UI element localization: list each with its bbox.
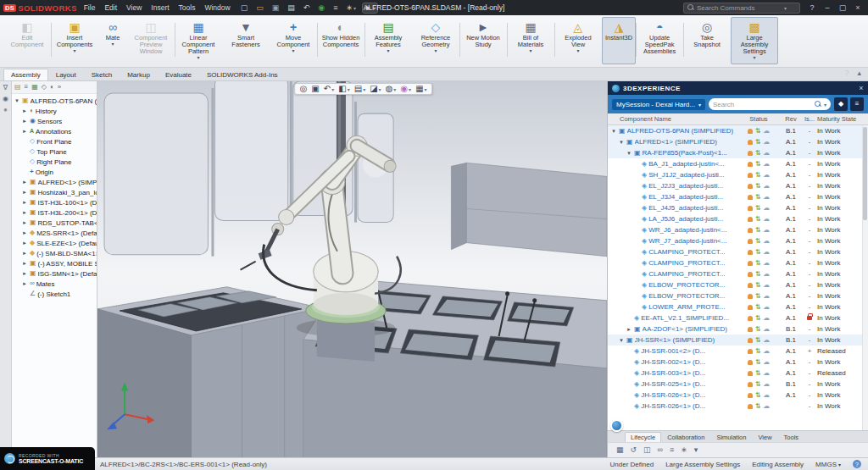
component-name-link[interactable]: CLAMPING_PROTECT... [648,259,725,267]
feature-tree-item[interactable]: ISG-SMN<1> (Default<Display Sta [12,268,97,279]
collapse-ribbon-icon[interactable] [857,69,861,468]
component-row[interactable]: ELBOW_PROTECTOR... A.1 - In Work [608,279,868,290]
units-selector[interactable]: MMGS ▾ [815,461,841,468]
component-name-link[interactable]: ELBOW_PROTECTOR... [648,281,725,289]
view-tool-button[interactable]: ▾ [370,85,381,93]
view-tool-button[interactable]: ▾ [354,85,365,93]
component-name-link[interactable]: AA-2DOF<1> (SIMPLIFIED) [643,325,727,333]
ribbon-button[interactable]: Move Component ▾ [270,17,317,64]
component-row[interactable]: WR_J6_adapted-justin<... A.1 - In Work [608,224,868,235]
column-component-name[interactable]: Component Name [608,115,737,123]
feature-tree-item[interactable]: ALFRED-OTS-6PAN (SIMPLIFIED<Disp [12,96,97,106]
panel-search-input[interactable] [713,101,812,108]
expander-icon[interactable] [626,326,632,333]
component-row[interactable]: EL_J2J3_adapted-justi... A.1 - In Work [608,180,868,191]
panel-tab[interactable]: Lifecycle [625,432,661,442]
column-status[interactable]: Status [737,115,780,123]
component-row[interactable]: EL_J3J4_adapted-justi... A.1 - In Work [608,191,868,202]
commandmanager-tab[interactable]: Markup [120,69,158,80]
menu-item[interactable]: Insert [151,3,169,12]
panel-tab[interactable]: Simulation [710,432,752,442]
expander-icon[interactable] [21,240,28,246]
panel-tool-icon[interactable] [658,446,663,454]
3d-model-canvas[interactable] [97,81,607,457]
toolbar-button[interactable]: ▾ [344,3,358,13]
component-name-link[interactable]: LA_J5J6_adapted-justi... [648,215,723,223]
featuremanager-tab-icon[interactable] [58,84,61,91]
panel-tab[interactable]: Tools [778,432,805,442]
component-row[interactable]: CLAMPING_PROTECT... A.1 - In Work [608,246,868,257]
chevron-down-icon[interactable]: ▾ [824,102,826,108]
menu-item[interactable]: View [126,3,142,12]
expander-icon[interactable] [21,260,28,267]
featuremanager-tab-icon[interactable] [31,84,38,91]
component-row[interactable]: CLAMPING_PROTECT... A.1 - In Work [608,257,868,268]
view-tool-button[interactable]: ▾ [400,85,411,93]
featuremanager-tab-icon[interactable] [42,84,47,91]
feature-tree-item[interactable]: (-) Sketch1 [12,289,97,299]
ribbon-button[interactable]: Bill of Materials ▾ [507,17,554,64]
commandmanager-tab[interactable]: SOLIDWORKS Add-Ins [199,69,286,80]
component-row[interactable]: JH-SSR-003<1> (D... A.1 - Released [608,368,868,379]
commandmanager-tab[interactable]: Assembly [3,69,48,80]
component-row[interactable]: WR_J7_adapted-justin<... A.1 - In Work [608,235,868,246]
toolbar-button[interactable]: ▾ [286,3,297,13]
expander-icon[interactable] [21,179,28,185]
component-row[interactable]: RA-FEP855(Pack-Post)<1... A.1 - In Work [608,147,868,158]
toolbar-button[interactable]: ▾ [316,3,326,13]
expander-icon[interactable] [21,250,28,257]
ribbon-button[interactable]: Linear Component Pattern ▾ [175,17,222,64]
component-name-link[interactable]: JH-SSR-003<1> (D... [641,369,705,377]
expander-icon[interactable] [21,128,28,135]
feature-tree-item[interactable]: (-) ASSY, MOBILE SINGULATOR<1 [12,258,97,268]
panel-search[interactable]: ▾ [709,98,831,110]
column-rev[interactable]: Rev [780,115,802,123]
expander-icon[interactable] [21,189,28,196]
component-row[interactable]: JH-SSR-002<1> (D... A.1 - In Work [608,357,868,368]
ribbon-button[interactable]: Reference Geometry ▾ [412,17,459,64]
component-row[interactable]: EL_J4J5_adapted-justi... A.1 - In Work [608,202,868,213]
strip-icon[interactable] [3,107,8,113]
session-selector[interactable]: MySession - Dexai Hard... ▾ [612,99,705,110]
component-row[interactable]: LA_J5J6_adapted-justi... A.1 - In Work [608,213,868,224]
component-name-link[interactable]: JH-SSR-001<2> (D... [641,347,705,355]
ribbon-button[interactable]: Large Assembly Settings ▾ [731,17,778,64]
component-name-link[interactable]: ALFRED<1> (SIMPLIFIED) [635,138,717,146]
expander-icon[interactable] [618,139,625,146]
component-name-link[interactable]: RA-FEP855(Pack-Post)<1... [643,149,727,157]
component-name-link[interactable]: EL_J2J3_adapted-justi... [648,182,723,190]
panel-tool-icon[interactable] [694,446,698,454]
ribbon-button[interactable]: Assembly Features ▾ [364,17,412,64]
ribbon-button[interactable]: Edit Component ▾ [3,17,51,64]
feature-tree-item[interactable]: IST-H3L-100<1> (Default<Display [12,197,97,207]
ribbon-button[interactable]: New Motion Study ▾ [459,17,507,64]
expander-icon[interactable] [21,199,28,206]
feature-tree-item[interactable]: Sensors [12,116,97,126]
feature-tree-item[interactable]: Top Plane [12,147,97,157]
component-row[interactable]: CLAMPING_PROTECT... A.1 - In Work [608,268,868,279]
menu-item[interactable]: Edit [104,3,117,12]
component-row[interactable]: ALFRED-OTS-6PAN (SIMPLIFIED) B.1 - In Wo… [608,125,868,136]
3dx-assistant-icon[interactable] [610,419,623,432]
component-row[interactable]: ALFRED<1> (SIMPLIFIED) A.1 - In Work [608,136,868,147]
commandmanager-tab[interactable]: Layout [48,69,84,80]
ribbon-button[interactable]: Exploded View ▾ [554,17,602,64]
window-control-button[interactable] [805,2,819,14]
expander-icon[interactable] [21,209,28,216]
component-row[interactable]: JH-SSR-025<1> (D... B.1 - In Work [608,379,868,390]
feature-tree-item[interactable]: ALFRED<1> (SIMPLIFIED<De [12,177,97,187]
component-name-link[interactable]: JH-SSR-002<1> (D... [641,358,705,366]
expander-icon[interactable] [626,150,632,157]
toolbar-button[interactable]: ▾ [254,3,265,13]
menu-item[interactable]: File [84,3,96,12]
window-control-button[interactable] [851,2,865,14]
component-row[interactable]: EE-ATL_V2.1_SIMPLIFIED... A.1 In Work [608,312,868,323]
component-name-link[interactable]: EL_J3J4_adapted-justi... [648,193,723,201]
component-name-link[interactable]: CLAMPING_PROTECT... [648,248,725,256]
expander-icon[interactable] [21,229,28,236]
component-row[interactable]: JH-SSR-026<1> (D... A.1 - In Work [608,390,868,401]
component-row[interactable]: ELBOW_PROTECTOR... A.1 - In Work [608,290,868,301]
toolbar-button[interactable]: ▾ [270,3,281,13]
component-row[interactable]: JH-SSR<1> (SIMPLIFIED) B.1 - In Work [608,335,868,346]
component-name-link[interactable]: LOWER_ARM_PROTE... [648,303,725,311]
